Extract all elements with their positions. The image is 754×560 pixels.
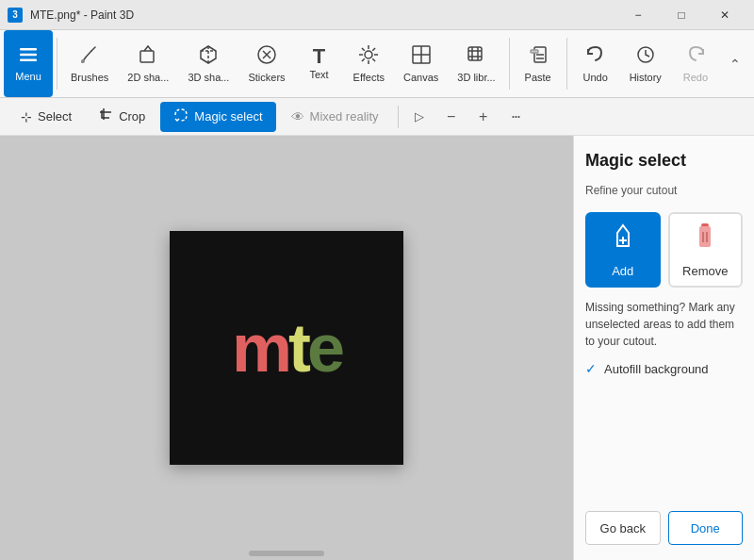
ribbon-sep-2 — [509, 38, 510, 90]
ribbon-collapse-button[interactable]: ⌃ — [720, 30, 750, 97]
add-icon — [610, 222, 636, 258]
effects-label: Effects — [353, 72, 385, 84]
menu-icon — [18, 44, 39, 69]
svg-line-16 — [362, 58, 365, 61]
canvas-area[interactable]: mte — [0, 136, 573, 560]
letter-m: m — [232, 310, 288, 386]
effects-button[interactable]: Effects — [344, 30, 394, 97]
add-button[interactable]: Add — [585, 212, 661, 288]
text-label: Text — [309, 69, 328, 81]
3dlib-button[interactable]: 3D libr... — [448, 30, 504, 97]
app-icon: 3 — [8, 8, 23, 23]
stickers-icon — [255, 43, 278, 70]
2dshapes-icon — [137, 43, 159, 70]
magic-select-label: Magic select — [194, 109, 262, 124]
history-button[interactable]: History — [620, 30, 671, 97]
svg-line-15 — [373, 48, 376, 51]
horizontal-scrollbar[interactable] — [249, 551, 324, 556]
paste-button[interactable]: Paste — [514, 30, 563, 97]
magic-select-icon — [173, 107, 188, 125]
svg-rect-22 — [531, 50, 538, 53]
text-button[interactable]: T Text — [295, 30, 344, 97]
ribbon-sep-1 — [57, 38, 57, 90]
menu-button[interactable]: Menu — [4, 30, 53, 97]
history-icon — [634, 43, 657, 70]
svg-rect-0 — [20, 48, 37, 51]
svg-point-3 — [81, 59, 85, 63]
zoom-in-button[interactable]: + — [468, 102, 499, 132]
svg-line-13 — [362, 48, 365, 51]
crop-label: Crop — [119, 109, 145, 124]
undo-button[interactable]: Undo — [571, 30, 620, 97]
more-button[interactable]: ··· — [500, 102, 531, 132]
canvas-button[interactable]: Canvas — [394, 30, 448, 97]
undo-label: Undo — [582, 72, 607, 84]
panel-actions: Go back Done — [585, 511, 743, 545]
play-icon: ▷ — [415, 109, 424, 124]
svg-point-8 — [365, 51, 372, 58]
stickers-button[interactable]: Stickers — [238, 30, 294, 97]
panel-title: Magic select — [585, 151, 743, 171]
plus-icon: + — [479, 108, 487, 125]
remove-icon — [696, 222, 714, 258]
minimize-button[interactable]: − — [616, 0, 660, 30]
redo-icon — [684, 43, 707, 70]
window-title: MTE.png* - Paint 3D — [30, 8, 134, 22]
svg-line-14 — [373, 58, 376, 61]
right-panel: Magic select Refine your cutout Add — [573, 136, 754, 560]
svg-rect-1 — [20, 54, 37, 57]
minus-icon: − — [447, 108, 455, 125]
title-bar: 3 MTE.png* - Paint 3D − □ ✕ — [0, 0, 754, 30]
brushes-icon — [78, 43, 101, 70]
toolbar: ⊹ Select Crop Magic select 👁 Mixed reali… — [0, 98, 754, 136]
main-content: mte Magic select Refine your cutout Add — [0, 136, 754, 560]
magic-select-button[interactable]: Magic select — [160, 102, 275, 132]
close-button[interactable]: ✕ — [703, 0, 746, 30]
history-label: History — [630, 72, 662, 84]
mte-text: mte — [232, 309, 341, 387]
undo-icon — [584, 43, 607, 70]
zoom-out-button[interactable]: − — [436, 102, 467, 132]
window-controls: − □ ✕ — [616, 0, 746, 30]
maximize-button[interactable]: □ — [660, 0, 703, 30]
3dshapes-label: 3D sha... — [188, 72, 229, 84]
select-button[interactable]: ⊹ Select — [8, 102, 85, 132]
canvas-icon — [410, 43, 433, 70]
3dshapes-button[interactable]: 3D sha... — [178, 30, 238, 97]
autofill-row[interactable]: ✓ Autofill background — [585, 361, 743, 376]
panel-subtitle: Refine your cutout — [585, 184, 743, 197]
redo-button[interactable]: Redo — [671, 30, 720, 97]
add-label: Add — [612, 264, 633, 278]
letter-t: t — [288, 310, 307, 386]
remove-button[interactable]: Remove — [668, 212, 744, 288]
ribbon-sep-3 — [566, 38, 567, 90]
check-icon: ✓ — [585, 361, 597, 376]
ribbon: Menu Brushes 2D sha... — [0, 30, 754, 98]
paste-label: Paste — [525, 72, 551, 84]
crop-button[interactable]: Crop — [87, 102, 158, 132]
effects-icon — [357, 43, 380, 70]
toolbar-divider — [398, 106, 399, 128]
svg-rect-29 — [699, 226, 711, 247]
svg-rect-4 — [140, 51, 154, 62]
2dshapes-button[interactable]: 2D sha... — [118, 30, 178, 97]
3dshapes-icon — [197, 43, 220, 70]
3dlib-icon — [465, 43, 487, 70]
2dshapes-label: 2D sha... — [127, 72, 169, 84]
chevron-up-icon: ⌃ — [729, 57, 741, 72]
brushes-button[interactable]: Brushes — [61, 30, 118, 97]
play-button[interactable]: ▷ — [404, 102, 434, 132]
canvas-label: Canvas — [403, 72, 438, 84]
autofill-label: Autofill background — [604, 362, 709, 376]
remove-label: Remove — [682, 264, 728, 278]
go-back-button[interactable]: Go back — [585, 511, 661, 545]
done-button[interactable]: Done — [668, 511, 744, 545]
mixed-reality-button[interactable]: 👁 Mixed reality — [278, 102, 392, 132]
mixed-reality-icon: 👁 — [291, 109, 304, 124]
mte-canvas-image: mte — [170, 231, 403, 465]
panel-description: Missing something? Mark any unselected a… — [585, 299, 743, 350]
select-label: Select — [38, 109, 72, 124]
svg-rect-20 — [468, 47, 482, 60]
brushes-label: Brushes — [71, 72, 108, 84]
crop-icon — [100, 108, 113, 124]
